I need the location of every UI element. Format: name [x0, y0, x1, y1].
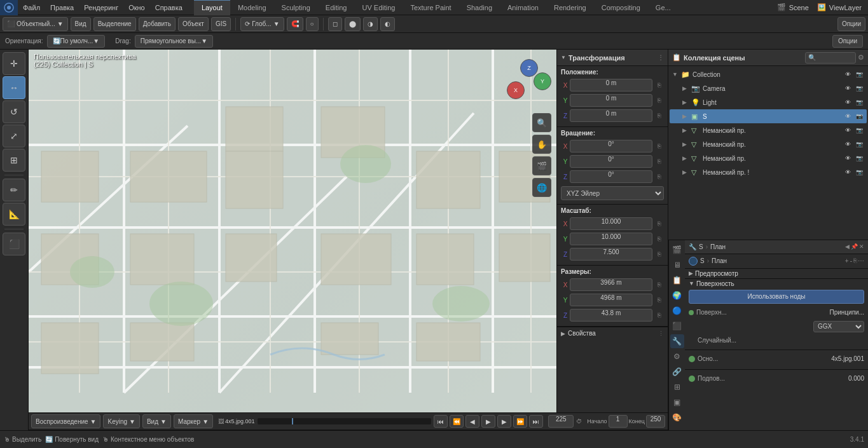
scale-tool[interactable]: ⤢: [3, 125, 25, 147]
outliner-filter-btn[interactable]: ⚙: [858, 53, 864, 62]
breadcrumb-back[interactable]: ◀: [845, 243, 850, 250]
marker-menu[interactable]: Маркер ▼: [174, 414, 213, 428]
tab-shading[interactable]: Shading: [459, 0, 500, 15]
jump-start-btn[interactable]: ⏮: [434, 415, 448, 428]
neman1-render-btn[interactable]: 📷: [854, 125, 864, 135]
render-props-icon[interactable]: 🎬: [670, 243, 684, 257]
tab-modeling[interactable]: Modeling: [230, 0, 274, 15]
dim-y-input[interactable]: 4968 m: [570, 294, 652, 306]
object-props-icon[interactable]: ⬛: [670, 319, 684, 333]
gis-menu[interactable]: GIS: [211, 17, 231, 31]
object-menu[interactable]: Объект: [178, 17, 209, 31]
pos-z-input[interactable]: 0 m: [570, 109, 652, 122]
dim-z-copy[interactable]: ⎘: [654, 310, 664, 320]
nav-y-axis[interactable]: Y: [534, 72, 551, 90]
move-tool[interactable]: ↔: [3, 76, 25, 99]
neman4-render-btn[interactable]: 📷: [854, 167, 864, 177]
outliner-item-neman3[interactable]: ▶ ▽ Неманский пр. 👁 📷: [670, 151, 867, 165]
data-props-icon[interactable]: ▣: [670, 395, 684, 409]
scale-x-copy[interactable]: ⎘: [654, 219, 664, 229]
add-menu[interactable]: Добавить: [139, 17, 176, 31]
view-timeline-menu[interactable]: Вид ▼: [142, 414, 171, 428]
material-props-icon[interactable]: 🎨: [670, 411, 684, 424]
orbit-tool[interactable]: 🎬: [532, 156, 551, 175]
collection-visibility-btn[interactable]: 👁: [843, 69, 853, 79]
pos-y-input[interactable]: 0 m: [570, 94, 652, 107]
menu-help[interactable]: Справка: [150, 0, 188, 15]
measure-tool[interactable]: 📐: [3, 203, 25, 226]
tab-uv-editing2[interactable]: UV Editing: [354, 0, 403, 15]
modifier-props-icon[interactable]: 🔧: [670, 334, 684, 348]
scale-z-copy[interactable]: ⎘: [654, 249, 664, 259]
rot-x-copy[interactable]: ⎘: [654, 141, 664, 151]
add-cube-tool[interactable]: ⬛: [3, 233, 25, 255]
constraints-props-icon[interactable]: ⊞: [670, 380, 684, 394]
tab-texture-paint[interactable]: Texture Paint: [403, 0, 458, 15]
use-nodes-btn[interactable]: Использовать ноды: [689, 290, 864, 304]
surface-header[interactable]: ▼ Поверхность: [689, 280, 864, 287]
output-props-icon[interactable]: 🖥: [670, 258, 684, 272]
world-props-icon[interactable]: 🔵: [670, 304, 684, 318]
dim-z-input[interactable]: 43.8 m: [570, 309, 652, 322]
tab-sculpting[interactable]: Sculpting: [274, 0, 318, 15]
tab-compositing[interactable]: Compositing: [594, 0, 648, 15]
tab-layout[interactable]: Layout: [194, 0, 230, 15]
selection-menu[interactable]: Выделение: [93, 17, 136, 31]
options-right-btn[interactable]: Опции: [832, 35, 863, 48]
object-mode-selector[interactable]: ⬛ Объектный... ▼: [3, 17, 68, 31]
properties-collapse-row[interactable]: ▶ Свойства ⋮: [557, 327, 668, 339]
end-frame-input[interactable]: 250: [646, 415, 665, 428]
nav-circle[interactable]: Z Y X: [507, 59, 551, 104]
prev-frame-btn[interactable]: ⏪: [450, 415, 464, 428]
particles-props-icon[interactable]: ⚙: [670, 350, 684, 363]
view-menu[interactable]: Вид: [71, 17, 91, 31]
s-visibility-btn[interactable]: 👁: [843, 111, 853, 121]
timeline-track[interactable]: [258, 418, 432, 424]
transform-extra-btn[interactable]: ⋮: [658, 54, 664, 61]
outliner-item-s[interactable]: ▶ ▣ S 👁 📷: [670, 109, 867, 123]
outliner-search[interactable]: [805, 52, 856, 64]
keying-menu[interactable]: Keying ▼: [103, 414, 139, 428]
neman2-render-btn[interactable]: 📷: [854, 139, 864, 149]
camera-view-tool[interactable]: 🌐: [532, 178, 551, 197]
tab-ge[interactable]: Ge...: [648, 0, 679, 15]
outliner-item-neman1[interactable]: ▶ ▽ Неманский пр. 👁 📷: [670, 123, 867, 137]
rot-z-copy[interactable]: ⎘: [654, 172, 664, 182]
rot-x-input[interactable]: 0°: [570, 140, 652, 153]
collection-render-btn[interactable]: 📷: [854, 69, 864, 79]
dim-x-copy[interactable]: ⎘: [654, 280, 664, 290]
mat-remove-btn[interactable]: -: [850, 257, 852, 264]
mat-add-btn[interactable]: +: [845, 257, 849, 264]
scene-props-icon[interactable]: 🌍: [670, 288, 684, 302]
camera-visibility-btn[interactable]: 👁: [843, 83, 853, 93]
tab-animation[interactable]: Animation: [500, 0, 546, 15]
tab-rendering[interactable]: Rendering: [546, 0, 594, 15]
breadcrumb-close[interactable]: ✕: [859, 243, 864, 250]
start-frame-input[interactable]: 1: [609, 415, 628, 428]
next-frame-btn[interactable]: ⏩: [513, 415, 527, 428]
pivot-selector[interactable]: ⟳ Глоб... ▼: [240, 17, 284, 31]
s-render-btn[interactable]: 📷: [854, 111, 864, 121]
outliner-item-light[interactable]: ▶ 💡 Light 👁 📷: [670, 95, 867, 109]
zoom-tool[interactable]: 🔍: [532, 113, 551, 132]
pos-x-copy[interactable]: ⎘: [654, 80, 664, 90]
cursor-tool[interactable]: ✛: [3, 52, 25, 75]
neman3-render-btn[interactable]: 📷: [854, 153, 864, 163]
jump-end-btn[interactable]: ⏭: [529, 415, 543, 428]
distribution-selector[interactable]: GGX: [813, 321, 864, 332]
app-logo[interactable]: [0, 0, 18, 15]
view-layer-props-icon[interactable]: 📋: [670, 273, 684, 287]
rot-y-input[interactable]: 0°: [570, 155, 652, 168]
drag-selector[interactable]: Прямоугольное вы... ▼: [135, 35, 213, 48]
pan-tool[interactable]: ✋: [532, 135, 551, 154]
menu-file[interactable]: Файл: [18, 0, 45, 15]
scale-y-copy[interactable]: ⎘: [654, 234, 664, 244]
transform-tool[interactable]: ⊞: [3, 149, 25, 172]
light-visibility-btn[interactable]: 👁: [843, 97, 853, 107]
neman1-visibility-btn[interactable]: 👁: [843, 125, 853, 135]
mat-copy-btn2[interactable]: ⎘: [853, 257, 857, 264]
neman3-visibility-btn[interactable]: 👁: [843, 153, 853, 163]
prev-keyframe-btn[interactable]: ◀: [465, 415, 479, 428]
nav-x-axis[interactable]: X: [507, 81, 525, 99]
physics-props-icon[interactable]: 🔗: [670, 365, 684, 379]
